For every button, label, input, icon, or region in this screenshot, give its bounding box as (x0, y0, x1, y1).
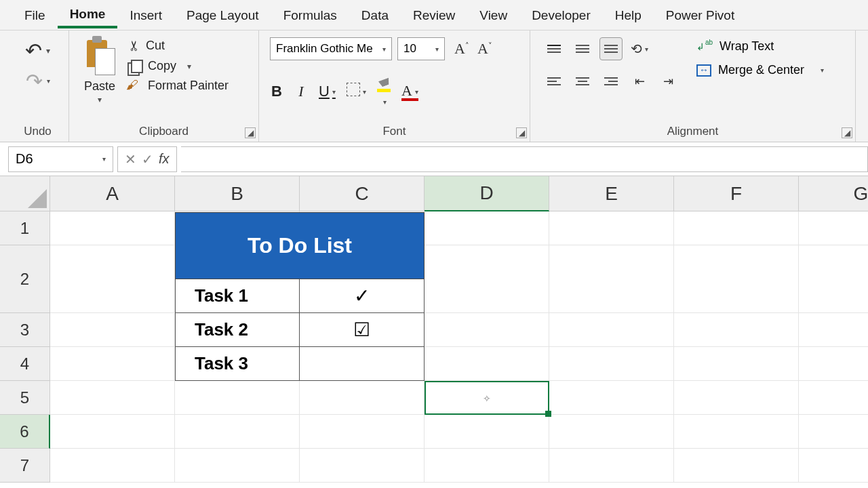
todo-title-cell[interactable]: To Do List (175, 212, 425, 279)
cell-A4[interactable] (50, 347, 175, 381)
cell-A5[interactable] (50, 381, 175, 415)
cell-C7[interactable] (300, 449, 425, 483)
menu-developer[interactable]: Developer (519, 3, 603, 27)
cell-G7[interactable] (799, 449, 868, 483)
paste-button[interactable]: Paste ▾ (76, 35, 123, 104)
font-name-combo[interactable]: Franklin Gothic Me▾ (270, 37, 392, 60)
redo-button[interactable]: ↷▾ (26, 69, 50, 93)
cell-F2[interactable] (674, 245, 799, 313)
row-header-6[interactable]: 6 (0, 415, 50, 449)
cell-D1[interactable] (425, 211, 549, 245)
cell-F7[interactable] (674, 449, 799, 483)
select-all-corner[interactable] (0, 176, 50, 211)
cell-D7[interactable] (425, 449, 549, 483)
cell-G2[interactable] (799, 245, 868, 313)
merge-center-button[interactable]: Merge & Center▾ (696, 63, 824, 77)
font-size-combo[interactable]: 10▾ (397, 37, 445, 60)
task-mark-cell[interactable] (300, 347, 425, 381)
row-header-2[interactable]: 2 (0, 245, 50, 313)
formula-enter-button[interactable]: ✓ (142, 151, 153, 167)
cell-G4[interactable] (799, 347, 868, 381)
font-launcher[interactable]: ◢ (516, 127, 527, 138)
cell-A6[interactable] (50, 415, 175, 449)
undo-button[interactable]: ↶▾ (25, 39, 50, 62)
formula-cancel-button[interactable]: ✕ (125, 151, 136, 167)
menu-page-layout[interactable]: Page Layout (174, 3, 271, 27)
wrap-text-button[interactable]: Wrap Text (696, 39, 824, 54)
menu-power-pivot[interactable]: Power Pivot (654, 3, 747, 27)
cell-G1[interactable] (799, 211, 868, 245)
italic-button[interactable]: I (294, 83, 308, 100)
cell-D6[interactable] (425, 415, 549, 449)
column-header-F[interactable]: F (674, 176, 799, 211)
cell-D4[interactable] (425, 347, 549, 381)
cell-E7[interactable] (549, 449, 674, 483)
row-header-4[interactable]: 4 (0, 347, 50, 381)
column-header-C[interactable]: C (300, 176, 425, 211)
menu-help[interactable]: Help (603, 3, 654, 27)
menu-formulas[interactable]: Formulas (271, 3, 349, 27)
grow-font-button[interactable]: A˄ (454, 40, 469, 58)
column-header-E[interactable]: E (549, 176, 674, 211)
underline-button[interactable]: U▾ (319, 83, 336, 100)
column-header-A[interactable]: A (50, 176, 175, 211)
cell-G3[interactable] (799, 313, 868, 347)
align-center-button[interactable] (571, 70, 594, 93)
task-name-cell[interactable]: Task 2 (175, 313, 300, 347)
task-mark-cell[interactable]: ✓ (300, 279, 425, 313)
task-name-cell[interactable]: Task 1 (175, 279, 300, 313)
row-header-3[interactable]: 3 (0, 313, 50, 347)
font-color-button[interactable]: A▾ (401, 82, 418, 101)
name-box[interactable]: D6▾ (8, 146, 113, 172)
column-header-B[interactable]: B (175, 176, 300, 211)
menu-home[interactable]: Home (58, 1, 118, 28)
cell-E5[interactable] (549, 381, 674, 415)
cell-C6[interactable] (300, 415, 425, 449)
cut-button[interactable]: Cut (127, 37, 229, 54)
cell-E6[interactable] (549, 415, 674, 449)
row-header-1[interactable]: 1 (0, 211, 50, 245)
cell-D3[interactable] (425, 313, 549, 347)
cell-E1[interactable] (549, 211, 674, 245)
menu-file[interactable]: File (12, 3, 58, 27)
cell-E4[interactable] (549, 347, 674, 381)
cell-A1[interactable] (50, 211, 175, 245)
cell-A3[interactable] (50, 313, 175, 347)
formula-input[interactable] (181, 146, 868, 172)
shrink-font-button[interactable]: A˅ (477, 40, 492, 58)
align-top-button[interactable] (542, 37, 566, 60)
fx-icon[interactable]: fx (159, 151, 170, 167)
clipboard-launcher[interactable]: ◢ (245, 127, 256, 138)
task-name-cell[interactable]: Task 3 (175, 347, 300, 381)
bold-button[interactable]: B (270, 83, 283, 100)
row-header-5[interactable]: 5 (0, 381, 50, 415)
cell-F3[interactable] (674, 313, 799, 347)
menu-view[interactable]: View (467, 3, 519, 27)
menu-insert[interactable]: Insert (117, 3, 174, 27)
decrease-indent-button[interactable]: ⇤ (628, 70, 651, 93)
cell-F4[interactable] (674, 347, 799, 381)
cell-F5[interactable] (674, 381, 799, 415)
cell-F1[interactable] (674, 211, 799, 245)
cell-C5[interactable] (300, 381, 425, 415)
task-mark-cell[interactable]: ☑ (300, 313, 425, 347)
cell-A2[interactable] (50, 245, 175, 313)
orientation-button[interactable]: ▾ (628, 37, 651, 60)
align-left-button[interactable] (542, 70, 566, 93)
cell-E2[interactable] (549, 245, 674, 313)
format-painter-button[interactable]: Format Painter (127, 79, 229, 93)
align-right-button[interactable] (599, 70, 623, 93)
cell-B5[interactable] (175, 381, 300, 415)
copy-button[interactable]: Copy▾ (127, 59, 229, 73)
increase-indent-button[interactable]: ⇥ (656, 70, 679, 93)
column-header-D[interactable]: D (425, 176, 549, 211)
column-header-G[interactable]: G (799, 176, 868, 211)
row-header-7[interactable]: 7 (0, 449, 50, 483)
alignment-launcher[interactable]: ◢ (842, 127, 852, 138)
cell-A7[interactable] (50, 449, 175, 483)
align-bottom-button[interactable] (599, 37, 623, 60)
fill-color-button[interactable]: ▾ (377, 73, 391, 110)
cell-D2[interactable] (425, 245, 549, 313)
paste-dropdown[interactable]: ▾ (98, 95, 102, 104)
menu-review[interactable]: Review (401, 3, 467, 27)
